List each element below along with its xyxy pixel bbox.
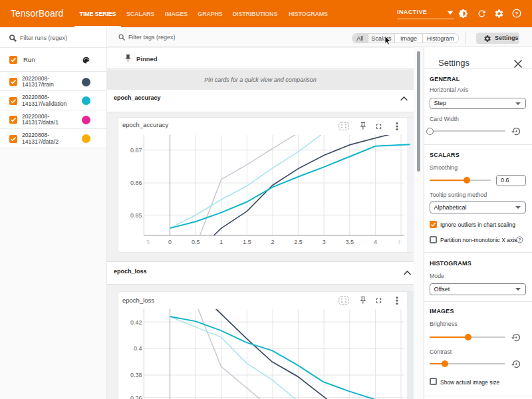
svg-text:0.86: 0.86 <box>130 180 142 186</box>
svg-text:epoch_loss: epoch_loss <box>122 297 154 304</box>
svg-text:4: 4 <box>397 239 400 245</box>
svg-text:3.5: 3.5 <box>346 239 354 245</box>
svg-text:5: 5 <box>146 239 150 245</box>
svg-text:2.5: 2.5 <box>294 239 303 245</box>
svg-text:1: 1 <box>219 239 223 245</box>
svg-text:?: ? <box>519 237 521 242</box>
svg-text:epoch_accuracy: epoch_accuracy <box>122 121 168 128</box>
svg-text:0.4: 0.4 <box>134 345 142 352</box>
svg-text:0.5: 0.5 <box>192 239 200 245</box>
svg-text:0.87: 0.87 <box>130 147 142 154</box>
svg-text:0.85: 0.85 <box>130 212 142 219</box>
svg-text:0.36: 0.36 <box>130 395 142 399</box>
svg-text:0: 0 <box>168 239 172 245</box>
svg-text:1.5: 1.5 <box>243 239 251 245</box>
svg-text:0.38: 0.38 <box>130 372 142 378</box>
svg-text:?: ? <box>515 11 518 17</box>
svg-text:3: 3 <box>323 239 326 245</box>
svg-text:0.42: 0.42 <box>130 319 142 326</box>
svg-text:4: 4 <box>374 239 377 245</box>
svg-text:2: 2 <box>271 239 274 245</box>
